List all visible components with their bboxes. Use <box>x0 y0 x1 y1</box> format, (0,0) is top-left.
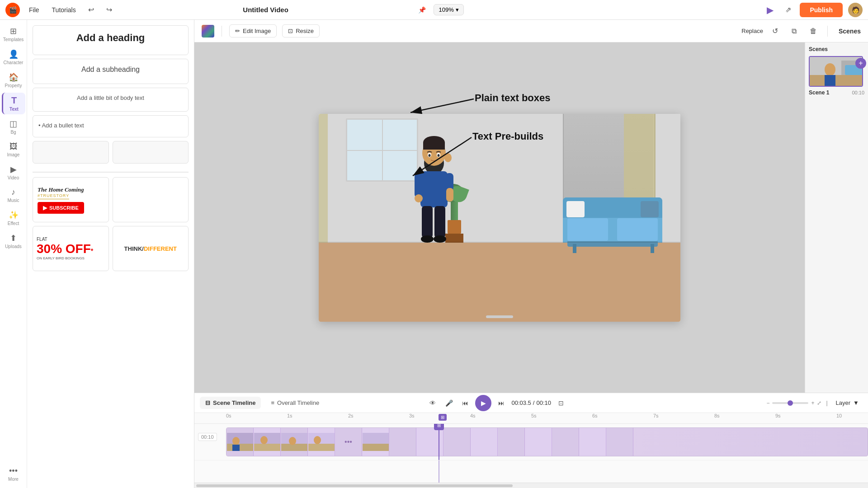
sidebar-item-templates[interactable]: ⊞ Templates <box>2 23 25 45</box>
sidebar-item-music[interactable]: ♪ Music <box>2 185 25 206</box>
undo-button[interactable]: ↩ <box>85 4 98 16</box>
sidebar-item-text-label: Text <box>9 107 19 112</box>
zoom-track[interactable] <box>772 402 808 404</box>
caption-button[interactable]: ⊡ <box>555 397 567 409</box>
style-card-1[interactable] <box>33 141 109 164</box>
overall-timeline-tab[interactable]: ≡ Overall Timeline <box>265 397 325 409</box>
playhead-ruler-handle[interactable]: ⊞ <box>439 414 447 421</box>
scene-timeline-tab[interactable]: ⊟ Scene Timeline <box>200 397 261 409</box>
sidebar-item-image[interactable]: 🖼 Image <box>2 139 25 160</box>
zoom-thumb[interactable] <box>788 400 793 406</box>
add-scene-button[interactable]: + <box>855 58 866 69</box>
overall-timeline-label: Overall Timeline <box>277 399 319 406</box>
sidebar-item-bg[interactable]: ◫ Bg <box>2 116 25 137</box>
think-different-prebuilt[interactable]: THINK/DIFFERENT <box>113 226 189 271</box>
track-frame-5: ••• <box>335 428 362 456</box>
text-subheading-box[interactable]: Add a subheading <box>33 59 189 84</box>
split-icon[interactable]: ⧉ <box>788 24 801 38</box>
top-navigation: 🎬 File Tutorials ↩ ↪ Untitled Video 📌 10… <box>0 0 868 20</box>
empty-track <box>194 460 868 483</box>
tutorials-menu[interactable]: Tutorials <box>48 5 80 15</box>
resize-button[interactable]: ⊡ Resize <box>282 24 320 38</box>
sidebar-item-more[interactable]: ••• More <box>2 464 25 484</box>
sidebar-item-property[interactable]: 🏠 Property <box>2 70 25 91</box>
text-bullet-box[interactable]: • Add a bullet text <box>33 115 189 137</box>
discount-prebuilt[interactable]: FLAT 30% OFF * ON EARLY BIRD BOOKINGS <box>33 226 109 271</box>
canvas-viewport[interactable]: Plain text boxes Text Pre-builds <box>194 42 805 393</box>
style-card-2[interactable] <box>113 141 189 164</box>
think-text: THINK/DIFFERENT <box>124 245 177 252</box>
different-text: DIFFERENT <box>144 245 177 252</box>
user-avatar[interactable]: 🧑 <box>848 3 863 17</box>
templates-icon: ⊞ <box>10 26 17 36</box>
svg-point-34 <box>260 436 268 444</box>
scene-1-thumbnail[interactable] <box>809 56 863 87</box>
subscribe-title-text: The Home Coming <box>38 186 84 193</box>
sofa <box>563 197 662 243</box>
zoom-control[interactable]: 109% ▾ <box>434 4 463 15</box>
track-frame-11 <box>498 428 525 456</box>
timeline-ruler: 0s 1s 2s 3s ▼ 4s 5s 6s 7s 8s 9s 10 <box>194 413 868 424</box>
track-frame-9 <box>443 428 471 456</box>
sidebar-item-effect[interactable]: ✨ Effect <box>2 207 25 229</box>
zoom-minus[interactable]: − <box>766 400 769 406</box>
text-heading-box[interactable]: Add a heading <box>33 25 189 55</box>
delete-icon[interactable]: 🗑 <box>807 24 820 38</box>
sidebar-item-uploads[interactable]: ⬆ Uploads <box>2 230 25 252</box>
subscribe-prebuilt[interactable]: The Home Coming #TRUESTORY ▶ SUBSCRIBE <box>33 177 109 222</box>
track-content[interactable]: ••• <box>226 427 868 456</box>
svg-rect-21 <box>810 75 862 87</box>
sidebar-item-bg-label: Bg <box>10 130 16 135</box>
expand-icon[interactable]: ⤢ <box>817 400 821 406</box>
skip-back-button[interactable]: ⏮ <box>459 397 472 409</box>
track-dots: ••• <box>344 438 352 446</box>
edit-image-button[interactable]: ✏ Edit Image <box>229 24 277 38</box>
subscribe-button[interactable]: ▶ SUBSCRIBE <box>38 202 84 214</box>
sidebar-item-music-label: Music <box>7 198 19 203</box>
app-logo[interactable]: 🎬 <box>5 3 20 17</box>
ruler-mark-6s: 6s <box>592 413 598 418</box>
sidebar-item-video[interactable]: ▶ Video <box>2 162 25 183</box>
sofa-cushion-left <box>567 218 608 241</box>
pin-icon[interactable]: 📌 <box>415 4 428 16</box>
file-menu[interactable]: File <box>25 5 43 15</box>
frame-preview-2 <box>254 433 280 451</box>
svg-rect-33 <box>254 444 280 451</box>
time-separator: / <box>533 399 535 406</box>
layer-button[interactable]: Layer ▼ <box>832 398 863 408</box>
scenes-panel: Scenes <box>805 42 868 393</box>
bg-icon: ◫ <box>9 119 17 129</box>
mic-toggle[interactable]: 🎤 <box>443 397 455 409</box>
frame-preview-1 <box>227 433 253 451</box>
playhead-empty-track <box>439 460 439 483</box>
sidebar-item-text[interactable]: T Text <box>2 93 25 114</box>
sidebar-item-character[interactable]: 👤 Character <box>2 47 25 68</box>
playhead[interactable]: ⊞ <box>439 424 439 460</box>
refresh-icon[interactable]: ↺ <box>769 24 782 38</box>
share-icon[interactable]: ⇗ <box>782 4 794 16</box>
play-preview-icon[interactable]: ▶ <box>764 4 776 16</box>
main-layout: ⊞ Templates 👤 Character 🏠 Property T Tex… <box>0 20 868 488</box>
time-display: 00:03.5 / 00:10 <box>511 399 551 406</box>
skip-forward-button[interactable]: ⏭ <box>495 397 508 409</box>
redo-button[interactable]: ↪ <box>103 4 116 16</box>
color-picker-icon[interactable] <box>202 25 214 38</box>
separator-pipe: | <box>826 400 827 406</box>
eye-toggle[interactable]: 👁 <box>426 397 439 409</box>
replace-button[interactable]: Replace <box>741 28 763 34</box>
sidebar-item-effect-label: Effect <box>8 221 19 226</box>
frame-preview-6 <box>363 433 389 451</box>
text-body-box[interactable]: Add a little bit of body text <box>33 88 189 112</box>
document-title[interactable]: Untitled Video <box>121 6 410 14</box>
track-frame-2 <box>254 428 281 456</box>
playhead-handle[interactable]: ⊞ <box>434 424 444 430</box>
timeline-scrollbar[interactable] <box>194 483 868 488</box>
zoom-plus[interactable]: + <box>811 400 814 406</box>
scroll-thumb[interactable] <box>196 484 513 487</box>
publish-button[interactable]: Publish <box>800 3 843 17</box>
heading-text: Add a heading <box>38 32 183 44</box>
empty-prebuilt[interactable] <box>113 177 189 222</box>
total-time: 00:10 <box>536 399 551 406</box>
annotation-plain-text: Plain text boxes <box>475 92 551 103</box>
play-button[interactable]: ▶ <box>475 395 491 411</box>
